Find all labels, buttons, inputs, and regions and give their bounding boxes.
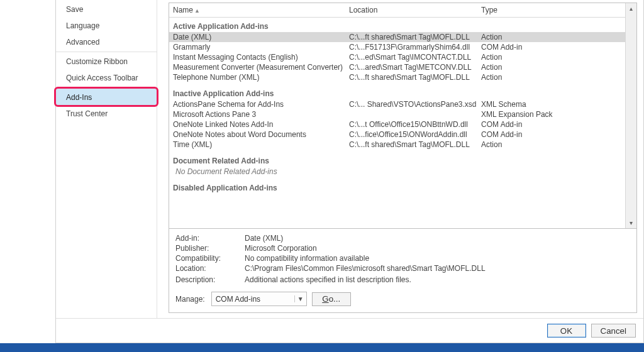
value-addin: Date (XML) bbox=[245, 234, 630, 243]
cell-type: XML Expansion Pack bbox=[481, 110, 621, 119]
label-publisher: Publisher: bbox=[175, 244, 238, 253]
table-row[interactable]: Microsoft Actions Pane 3XML Expansion Pa… bbox=[169, 109, 625, 119]
cell-type: Action bbox=[481, 140, 621, 149]
cell-type: Action bbox=[481, 63, 621, 72]
nav-item-add-ins[interactable]: Add-Ins bbox=[56, 87, 157, 106]
group-header: Document Related Add-ins bbox=[169, 153, 625, 167]
col-name-label: Name bbox=[173, 6, 193, 14]
table-body: Active Application Add-insDate (XML)C:\.… bbox=[169, 18, 625, 228]
cell-name: Telephone Number (XML) bbox=[173, 73, 349, 82]
table-row[interactable]: Time (XML)C:\...ft shared\Smart Tag\MOFL… bbox=[169, 140, 625, 150]
manage-row: Manage: COM Add-ins ▼ Go... bbox=[175, 292, 630, 306]
cell-name: OneNote Notes about Word Documents bbox=[173, 130, 349, 139]
nav-item-trust-center[interactable]: Trust Center bbox=[56, 106, 157, 122]
cell-name: Measurement Converter (Measurement Conve… bbox=[173, 63, 349, 72]
table-row[interactable]: OneNote Linked Notes Add-InC:\...t Offic… bbox=[169, 119, 625, 129]
go-button[interactable]: Go... bbox=[312, 292, 351, 306]
cell-location: C:\...fice\Office15\ONWordAddin.dll bbox=[349, 130, 481, 139]
label-manage: Manage: bbox=[175, 295, 205, 304]
nav-item-language[interactable]: Language bbox=[56, 18, 157, 34]
table-row[interactable]: Instant Messaging Contacts (English)C:\.… bbox=[169, 52, 625, 62]
cell-type: Action bbox=[481, 33, 621, 41]
taskbar[interactable] bbox=[0, 343, 644, 352]
manage-combobox-value: COM Add-ins bbox=[212, 295, 294, 304]
group-header: Active Application Add-ins bbox=[169, 19, 625, 32]
scroll-up-icon[interactable]: ▴ bbox=[626, 3, 636, 14]
sort-asc-icon: ▲ bbox=[194, 8, 200, 14]
cell-location: C:\...ared\Smart Tag\METCONV.DLL bbox=[349, 63, 481, 72]
options-dialog: Save Language Advanced Customize Ribbon … bbox=[55, 0, 644, 343]
cell-location: C:\...ed\Smart Tag\IMCONTACT.DLL bbox=[349, 53, 481, 62]
cell-type: Action bbox=[481, 53, 621, 62]
table-row[interactable]: ActionsPane Schema for Add-InsC:\... Sha… bbox=[169, 99, 625, 109]
cell-type: COM Add-in bbox=[481, 43, 621, 52]
cell-location: C:\...ft shared\Smart Tag\MOFL.DLL bbox=[349, 140, 481, 149]
cell-name: Microsoft Actions Pane 3 bbox=[173, 110, 349, 119]
label-addin: Add-in: bbox=[175, 234, 238, 243]
value-description: Additional actions specified in list des… bbox=[245, 275, 630, 284]
cell-location: C:\...t Office\Office15\ONBttnWD.dll bbox=[349, 120, 481, 129]
value-publisher: Microsoft Corporation bbox=[245, 244, 630, 253]
nav-item-advanced[interactable]: Advanced bbox=[56, 34, 157, 50]
nav-item-customize-ribbon[interactable]: Customize Ribbon bbox=[56, 52, 157, 70]
table-row[interactable]: GrammarlyC:\...F51713F\GrammarlyShim64.d… bbox=[169, 42, 625, 52]
label-description: Description: bbox=[175, 275, 238, 284]
table-row-empty: No Document Related Add-ins bbox=[169, 167, 625, 177]
table-row[interactable]: Telephone Number (XML)C:\...ft shared\Sm… bbox=[169, 72, 625, 82]
cell-name: Date (XML) bbox=[173, 33, 349, 41]
cell-type: XML Schema bbox=[481, 100, 621, 109]
col-name[interactable]: Name▲ bbox=[173, 6, 349, 14]
cell-name: Time (XML) bbox=[173, 140, 349, 149]
cell-location: C:\... Shared\VSTO\ActionsPane3.xsd bbox=[349, 100, 481, 109]
manage-combobox[interactable]: COM Add-ins ▼ bbox=[211, 292, 307, 306]
cancel-button[interactable]: Cancel bbox=[591, 324, 636, 338]
value-location: C:\Program Files\Common Files\microsoft … bbox=[245, 264, 630, 273]
cell-location bbox=[349, 110, 481, 119]
cell-location: C:\...F51713F\GrammarlyShim64.dll bbox=[349, 43, 481, 52]
cell-name: Grammarly bbox=[173, 43, 349, 52]
cell-name: ActionsPane Schema for Add-Ins bbox=[173, 100, 349, 109]
addins-table: Name▲ Location Type Active Application A… bbox=[169, 3, 637, 229]
col-location[interactable]: Location bbox=[349, 6, 481, 14]
cell-type: COM Add-in bbox=[481, 130, 621, 139]
cell-name: Instant Messaging Contacts (English) bbox=[173, 53, 349, 62]
ok-button[interactable]: OK bbox=[547, 324, 586, 338]
nav-item-save[interactable]: Save bbox=[56, 1, 157, 18]
cell-name: OneNote Linked Notes Add-In bbox=[173, 120, 349, 129]
group-header: Disabled Application Add-ins bbox=[169, 180, 625, 194]
table-header: Name▲ Location Type bbox=[169, 3, 625, 18]
options-nav: Save Language Advanced Customize Ribbon … bbox=[56, 0, 157, 318]
scroll-down-icon[interactable]: ▾ bbox=[626, 217, 636, 228]
vertical-scrollbar[interactable]: ▴ ▾ bbox=[625, 3, 636, 228]
value-compatibility: No compatibility information available bbox=[245, 254, 630, 263]
addins-panel: Name▲ Location Type Active Application A… bbox=[157, 0, 643, 318]
cell-type: Action bbox=[481, 73, 621, 82]
label-compatibility: Compatibility: bbox=[175, 254, 238, 263]
col-type[interactable]: Type bbox=[481, 6, 621, 14]
cell-type: COM Add-in bbox=[481, 120, 621, 129]
dialog-body: Save Language Advanced Customize Ribbon … bbox=[56, 0, 643, 318]
empty-text: No Document Related Add-ins bbox=[173, 167, 352, 176]
dialog-footer: OK Cancel bbox=[56, 318, 643, 343]
group-header: Inactive Application Add-ins bbox=[169, 86, 625, 99]
table-row[interactable]: Measurement Converter (Measurement Conve… bbox=[169, 62, 625, 72]
table-row[interactable]: Date (XML)C:\...ft shared\Smart Tag\MOFL… bbox=[169, 32, 625, 42]
addin-details: Add-in: Date (XML) Publisher: Microsoft … bbox=[169, 229, 637, 313]
nav-item-quick-access-toolbar[interactable]: Quick Access Toolbar bbox=[56, 70, 157, 86]
label-location: Location: bbox=[175, 264, 238, 273]
chevron-down-icon: ▼ bbox=[294, 295, 306, 302]
cell-location: C:\...ft shared\Smart Tag\MOFL.DLL bbox=[349, 73, 481, 82]
table-row[interactable]: OneNote Notes about Word DocumentsC:\...… bbox=[169, 129, 625, 140]
cell-location: C:\...ft shared\Smart Tag\MOFL.DLL bbox=[349, 33, 481, 41]
